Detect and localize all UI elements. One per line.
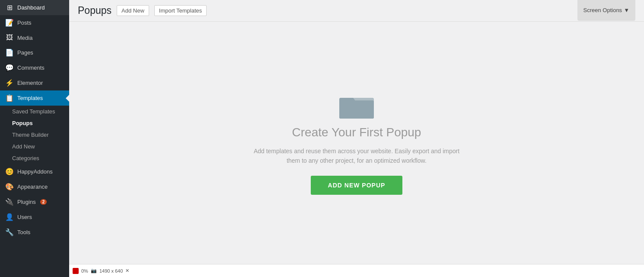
sidebar: ⊞ Dashboard 📝 Posts 🖼 Media 📄 Pages 💬 Co…: [0, 0, 69, 277]
sidebar-item-label: Posts: [17, 19, 32, 26]
sidebar-item-label: Users: [17, 214, 32, 220]
sidebar-item-templates[interactable]: 📋 Templates: [0, 90, 69, 106]
status-dot: [73, 268, 79, 274]
sidebar-item-dashboard[interactable]: ⊞ Dashboard: [0, 0, 69, 15]
plugins-badge: 2: [40, 199, 47, 205]
sidebar-item-label: Media: [17, 35, 32, 41]
camera-icon: 📷: [91, 268, 97, 274]
sidebar-item-label: Pages: [17, 49, 33, 56]
sidebar-item-tools[interactable]: 🔧 Tools: [0, 225, 69, 240]
submenu-label: Saved Templates: [12, 108, 55, 115]
sidebar-item-elementor[interactable]: ⚡ Elementor: [0, 75, 69, 90]
submenu-label: Popups: [12, 120, 33, 126]
screen-options-label: Screen Options: [583, 7, 622, 13]
empty-state-description: Add templates and reuse them across your…: [253, 146, 460, 166]
sidebar-item-users[interactable]: 👤 Users: [0, 209, 69, 225]
import-templates-button[interactable]: Import Templates: [154, 5, 207, 16]
media-icon: 🖼: [5, 34, 14, 42]
sidebar-item-label: Templates: [17, 95, 43, 101]
sidebar-item-add-new[interactable]: Add New: [0, 141, 69, 152]
sidebar-item-happyaddons[interactable]: 😊 HappyAddons: [0, 164, 69, 179]
sidebar-item-saved-templates[interactable]: Saved Templates: [0, 106, 69, 117]
users-icon: 👤: [5, 213, 14, 221]
zoom-percentage: 0%: [81, 268, 88, 274]
sidebar-item-label: Dashboard: [17, 4, 45, 11]
dimensions-label: 644 x 277: [99, 268, 123, 274]
bottom-bar: 0% 📷 644 x 277 ✕: [69, 264, 644, 277]
sidebar-item-theme-builder[interactable]: Theme Builder: [0, 129, 69, 141]
sidebar-item-label: Appearance: [17, 184, 48, 190]
top-bar-left: Popups Add New Import Templates: [78, 5, 207, 16]
sidebar-item-popups[interactable]: Popups: [0, 117, 69, 129]
svg-rect-2: [339, 100, 374, 119]
sidebar-item-label: Comments: [17, 64, 45, 71]
sidebar-item-label: HappyAddons: [17, 168, 53, 175]
sidebar-item-appearance[interactable]: 🎨 Appearance: [0, 179, 69, 194]
empty-state: Create Your First Popup Add templates an…: [253, 91, 460, 195]
templates-icon: 📋: [5, 94, 14, 102]
chevron-down-icon: ▼: [624, 7, 629, 13]
dashboard-icon: ⊞: [5, 3, 14, 12]
folder-icon: [339, 91, 374, 119]
tools-icon: 🔧: [5, 228, 14, 236]
comments-icon: 💬: [5, 64, 14, 72]
submenu-label: Theme Builder: [12, 132, 49, 138]
content-area: Create Your First Popup Add templates an…: [69, 22, 644, 264]
submenu-label: Add New: [12, 143, 35, 150]
plugins-icon: 🔌: [5, 198, 14, 206]
sidebar-item-label: Elementor: [17, 80, 43, 86]
posts-icon: 📝: [5, 19, 14, 27]
sidebar-item-categories[interactable]: Categories: [0, 152, 69, 164]
main-content: Popups Add New Import Templates Screen O…: [69, 0, 644, 277]
elementor-icon: ⚡: [5, 79, 14, 87]
sidebar-item-label: Tools: [17, 229, 30, 235]
screen-options-button[interactable]: Screen Options ▼: [577, 0, 635, 21]
sidebar-item-posts[interactable]: 📝 Posts: [0, 15, 69, 30]
sidebar-item-label: Plugins: [17, 199, 36, 205]
sidebar-item-plugins[interactable]: 🔌 Plugins 2: [0, 194, 69, 209]
empty-state-title: Create Your First Popup: [292, 126, 421, 139]
sidebar-item-comments[interactable]: 💬 Comments: [0, 60, 69, 75]
top-bar: Popups Add New Import Templates Screen O…: [69, 0, 644, 22]
pages-icon: 📄: [5, 48, 14, 57]
submenu-label: Categories: [12, 155, 39, 161]
sidebar-item-pages[interactable]: 📄 Pages: [0, 45, 69, 60]
sidebar-item-media[interactable]: 🖼 Media: [0, 30, 69, 45]
appearance-icon: 🎨: [5, 183, 14, 191]
close-icon[interactable]: ✕: [125, 268, 129, 274]
page-title: Popups: [78, 5, 112, 16]
add-new-popup-button[interactable]: ADD NEW POPUP: [311, 176, 403, 195]
happyaddons-icon: 😊: [5, 167, 14, 176]
add-new-button[interactable]: Add New: [117, 5, 149, 16]
